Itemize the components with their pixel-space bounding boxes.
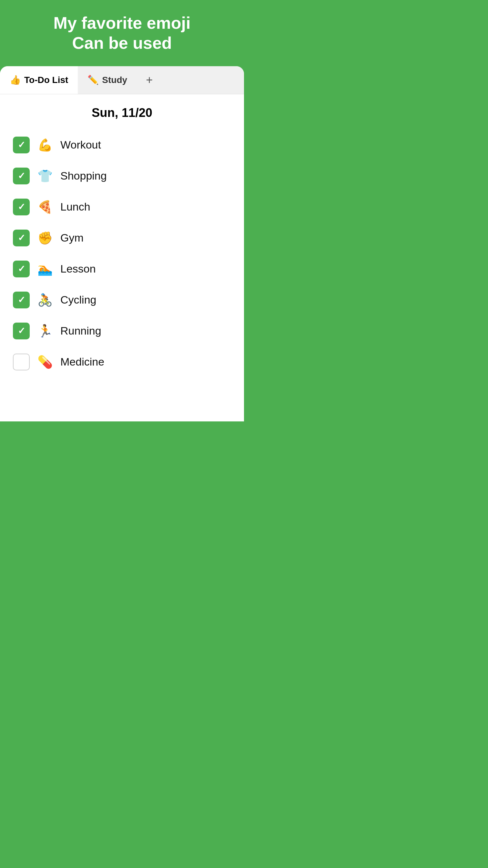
todo-item-shopping[interactable]: ✓ 👕 Shopping: [13, 160, 231, 191]
todo-label-shopping: Shopping: [60, 169, 107, 182]
checkbox-running[interactable]: ✓: [13, 322, 30, 339]
tabs-bar: 👍 To-Do List ✏️ Study +: [0, 66, 244, 94]
todo-item-workout[interactable]: ✓ 💪 Workout: [13, 129, 231, 160]
checkmark-icon: ✓: [18, 326, 25, 336]
todo-emoji-medicine: 💊: [37, 356, 53, 368]
todo-label-workout: Workout: [60, 138, 101, 151]
todo-emoji-gym: ✊: [37, 232, 53, 244]
plus-icon: +: [146, 73, 153, 87]
todo-label-medicine: Medicine: [60, 355, 104, 368]
todo-label-cycling: Cycling: [60, 293, 96, 306]
header: My favorite emoji Can be used: [0, 0, 244, 63]
todo-emoji-cycling: 🚴: [37, 294, 53, 306]
tab-study-emoji: ✏️: [88, 74, 99, 85]
checkbox-medicine-empty[interactable]: [13, 353, 30, 370]
tab-spacer: [162, 66, 244, 94]
checkbox-gym[interactable]: ✓: [13, 229, 30, 246]
todo-label-lesson: Lesson: [60, 262, 96, 275]
checkmark-icon: ✓: [18, 140, 25, 150]
todo-item-lunch[interactable]: ✓ 🍕 Lunch: [13, 191, 231, 222]
header-title: My favorite emoji Can be used: [13, 13, 231, 53]
checkmark-icon: ✓: [18, 264, 25, 274]
tab-add-button[interactable]: +: [137, 66, 162, 94]
todo-emoji-lesson: 🏊: [37, 263, 53, 275]
todo-item-cycling[interactable]: ✓ 🚴 Cycling: [13, 284, 231, 315]
checkbox-lesson[interactable]: ✓: [13, 260, 30, 277]
date-header: Sun, 11/20: [0, 94, 244, 126]
todo-label-running: Running: [60, 324, 101, 337]
tab-todo-emoji: 👍: [10, 74, 21, 85]
tab-todo[interactable]: 👍 To-Do List: [0, 66, 78, 94]
todo-emoji-lunch: 🍕: [37, 201, 53, 213]
todo-item-medicine[interactable]: 💊 Medicine: [13, 346, 231, 377]
checkbox-lunch[interactable]: ✓: [13, 198, 30, 215]
todo-list: ✓ 💪 Workout ✓ 👕 Shopping ✓ 🍕 Lunch ✓ ✊ G…: [0, 126, 244, 391]
checkmark-icon: ✓: [18, 294, 25, 305]
checkmark-icon: ✓: [18, 202, 25, 212]
todo-item-lesson[interactable]: ✓ 🏊 Lesson: [13, 253, 231, 284]
checkbox-workout[interactable]: ✓: [13, 136, 30, 153]
tab-todo-label: To-Do List: [24, 75, 68, 85]
todo-emoji-running: 🏃: [37, 325, 53, 337]
card: 👍 To-Do List ✏️ Study + Sun, 11/20 ✓ 💪 W…: [0, 66, 244, 422]
tab-study[interactable]: ✏️ Study: [78, 66, 137, 94]
checkmark-icon: ✓: [18, 170, 25, 181]
todo-item-gym[interactable]: ✓ ✊ Gym: [13, 222, 231, 253]
todo-emoji-shopping: 👕: [37, 170, 53, 182]
tab-study-label: Study: [102, 75, 127, 85]
todo-item-running[interactable]: ✓ 🏃 Running: [13, 315, 231, 346]
todo-label-lunch: Lunch: [60, 200, 90, 213]
checkbox-shopping[interactable]: ✓: [13, 167, 30, 184]
checkbox-cycling[interactable]: ✓: [13, 291, 30, 308]
todo-label-gym: Gym: [60, 231, 84, 244]
todo-emoji-workout: 💪: [37, 139, 53, 151]
checkmark-icon: ✓: [18, 232, 25, 243]
